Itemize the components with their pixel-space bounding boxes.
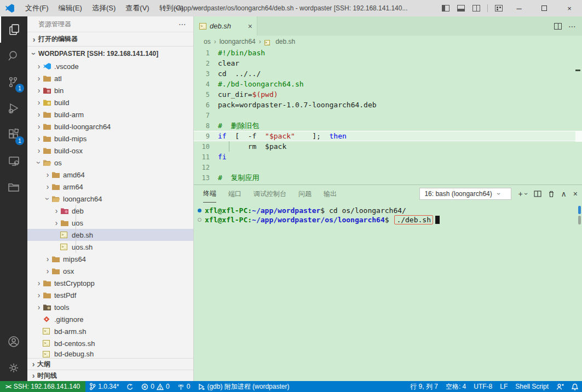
toggle-sidebar-icon[interactable]	[442, 5, 450, 11]
chevron-down-icon[interactable]: ›	[44, 195, 51, 203]
tree-item-deb[interactable]: ›deb	[27, 205, 193, 217]
tree-item-atl[interactable]: ›atl	[27, 72, 193, 84]
activity-folder-view-icon[interactable]	[0, 174, 27, 200]
code-line-5[interactable]: 5cur_dir=$(pwd)	[194, 89, 582, 100]
sidebar-section-时间线[interactable]: ›时间线	[27, 370, 193, 381]
toggle-panel-icon[interactable]	[457, 5, 465, 11]
command-decoration-hollow[interactable]	[198, 218, 205, 222]
code-line-2[interactable]: 2clear	[194, 58, 582, 68]
code-line-6[interactable]: 6pack=wordpaster-1.0.7-loongarch64.deb	[194, 100, 582, 110]
status-git-branch[interactable]: 1.0.34*	[85, 381, 123, 392]
code-line-3[interactable]: 3cd ../../	[194, 68, 582, 79]
editor-more-actions-icon[interactable]: ⋯	[568, 22, 577, 31]
chevron-right-icon[interactable]: ›	[35, 74, 43, 82]
status-eol[interactable]: LF	[496, 381, 511, 392]
terminal[interactable]: xfl@xfl-PC:~/app/wordpaster$ cd os/loong…	[194, 203, 582, 381]
tree-item-tools[interactable]: ›tools	[27, 301, 193, 313]
chevron-right-icon[interactable]: ›	[35, 111, 43, 118]
activity-extensions-icon[interactable]: 1	[0, 122, 27, 148]
chevron-right-icon[interactable]: ›	[44, 267, 51, 275]
activity-search-icon[interactable]	[0, 43, 27, 69]
split-terminal-icon[interactable]	[534, 191, 541, 197]
chevron-right-icon[interactable]: ›	[53, 219, 60, 227]
open-editors-section[interactable]: › 打开的编辑器	[27, 32, 193, 46]
tree-item-uos[interactable]: ›uos	[27, 217, 193, 229]
tree-item-loongarch64[interactable]: ›loongarch64	[27, 193, 193, 205]
maximize-panel-icon[interactable]: ∧	[561, 189, 567, 198]
status-cursor-position[interactable]: 行 9, 列 7	[406, 381, 442, 392]
chevron-right-icon[interactable]: ›	[44, 183, 51, 191]
status-ports[interactable]: 0	[174, 381, 194, 392]
chevron-right-icon[interactable]: ›	[35, 147, 43, 154]
chevron-right-icon[interactable]: ›	[53, 207, 60, 215]
status-debug-session[interactable]: (gdb) 附加进程 (wordpaster)	[194, 381, 293, 392]
close-panel-icon[interactable]: ×	[573, 189, 578, 198]
terminal-scrollbar[interactable]	[578, 216, 581, 224]
tree-item-build-osx[interactable]: ›build-osx	[27, 145, 193, 157]
chevron-right-icon[interactable]: ›	[35, 291, 43, 299]
customize-layout-icon[interactable]	[495, 5, 503, 11]
status-language-mode[interactable]: Shell Script	[511, 381, 552, 392]
sidebar-section-大纲[interactable]: ›大纲	[27, 358, 193, 370]
code-editor[interactable]: 1#!/bin/bash2clear3cd ../../4#./bd-loong…	[194, 48, 582, 185]
tree-item-mips64[interactable]: ›mips64	[27, 253, 193, 265]
activity-source-control-icon[interactable]: 1	[0, 69, 27, 95]
tree-item-build-loongarch64[interactable]: ›build-loongarch64	[27, 120, 193, 132]
tree-item-.gitignore[interactable]: .gitignore	[27, 313, 193, 325]
chevron-right-icon[interactable]: ›	[35, 99, 43, 106]
status-sync[interactable]	[123, 381, 137, 392]
tree-item-uos.sh[interactable]: >_uos.sh	[27, 241, 193, 253]
status-problems[interactable]: 00	[137, 381, 173, 392]
chevron-right-icon[interactable]: ›	[35, 87, 43, 94]
breadcrumb-item-loongarch64[interactable]: loongarch64	[220, 38, 256, 45]
activity-accounts-icon[interactable]	[0, 328, 27, 355]
tree-item-build-arm[interactable]: ›build-arm	[27, 108, 193, 120]
tree-item-.vscode[interactable]: ›.vscode	[27, 60, 193, 72]
chevron-right-icon[interactable]: ›	[35, 279, 43, 287]
code-line-10[interactable]: 10 rm $pack	[194, 141, 582, 152]
kill-terminal-icon[interactable]	[548, 191, 555, 198]
minimize-button[interactable]: ─	[506, 0, 532, 16]
status-remote-indicator[interactable]: ><SSH: 192.168.141.140	[0, 381, 85, 392]
tree-item-testPdf[interactable]: ›testPdf	[27, 289, 193, 301]
workspace-root-section[interactable]: › WORDPASTER [SSH: 192.168.141.140]	[27, 46, 193, 60]
explorer-more-actions-icon[interactable]: ⋯	[178, 20, 187, 28]
terminal-picker[interactable]: 16: bash (loongarch64) ›	[419, 188, 511, 200]
tree-item-bin[interactable]: ›bin	[27, 84, 193, 96]
status-encoding[interactable]: UTF-8	[470, 381, 496, 392]
command-decoration-filled[interactable]	[198, 209, 205, 212]
breadcrumb-item-os[interactable]: os	[204, 38, 211, 45]
code-line-9[interactable]: 9if [ -f "$pack" ]; then	[194, 131, 582, 141]
tree-item-osx[interactable]: ›osx	[27, 265, 193, 277]
breadcrumb-item-deb.sh[interactable]: deb.sh	[275, 38, 295, 45]
tree-item-deb.sh[interactable]: >_deb.sh	[27, 229, 193, 241]
code-line-4[interactable]: 4#./bd-loongarch64.sh	[194, 79, 582, 89]
status-feedback[interactable]	[552, 381, 568, 392]
menu-编辑(E)[interactable]: 编辑(E)	[54, 4, 87, 12]
panel-tab-输出[interactable]: 输出	[324, 185, 337, 203]
chevron-right-icon[interactable]: ›	[35, 303, 43, 311]
chevron-down-icon[interactable]: ›	[35, 159, 43, 166]
code-line-7[interactable]: 7	[194, 110, 582, 120]
tab-close-icon[interactable]: ×	[248, 22, 252, 31]
menu-选择(S)[interactable]: 选择(S)	[87, 4, 120, 12]
toggle-secondary-sidebar-icon[interactable]	[472, 5, 480, 11]
chevron-right-icon[interactable]: ›	[35, 135, 43, 142]
tree-item-bd-arm.sh[interactable]: >_bd-arm.sh	[27, 325, 193, 337]
code-line-1[interactable]: 1#!/bin/bash	[194, 48, 582, 58]
tree-item-build-mips[interactable]: ›build-mips	[27, 132, 193, 145]
tree-item-build[interactable]: ›build	[27, 96, 193, 108]
panel-tab-调试控制台[interactable]: 调试控制台	[253, 185, 286, 203]
panel-tab-问题[interactable]: 问题	[298, 185, 312, 203]
close-button[interactable]: ×	[557, 0, 582, 16]
panel-tab-终端[interactable]: 终端	[203, 185, 216, 203]
tree-item-amd64[interactable]: ›amd64	[27, 169, 193, 181]
activity-remote-explorer-icon[interactable]	[0, 148, 27, 174]
panel-tab-端口[interactable]: 端口	[228, 185, 241, 203]
maximize-button[interactable]	[532, 0, 557, 16]
activity-run-debug-icon[interactable]	[0, 95, 27, 122]
code-line-12[interactable]: 12	[194, 162, 582, 172]
activity-explorer-icon[interactable]	[0, 16, 27, 43]
tree-item-arm64[interactable]: ›arm64	[27, 181, 193, 193]
activity-settings-icon[interactable]	[0, 355, 27, 381]
